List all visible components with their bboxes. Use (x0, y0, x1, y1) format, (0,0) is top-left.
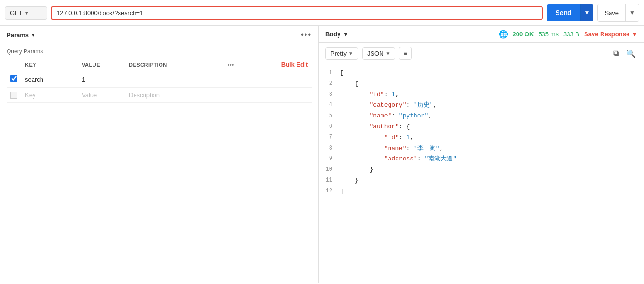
line-num: 6 (319, 122, 340, 131)
params-dots-menu[interactable]: ••• (301, 31, 312, 39)
new-row-checkbox-cell (7, 88, 21, 103)
line-num: 12 (319, 187, 340, 196)
save-button-group: Save ▼ (597, 4, 639, 22)
send-button-group: Send ▼ (547, 4, 593, 21)
method-select[interactable]: GET ▼ (5, 6, 47, 20)
json-type-button[interactable]: JSON ▼ (362, 47, 396, 60)
main-content: Params ▼ ••• Query Params KEY VALUE DESC… (0, 26, 644, 283)
globe-icon: 🌐 (499, 30, 508, 39)
new-desc-placeholder: Description (129, 92, 160, 99)
wrap-button[interactable]: ≡ (399, 47, 411, 60)
json-line-6: 6 "author": { (319, 122, 644, 133)
copy-button[interactable]: ⧉ (611, 47, 620, 59)
json-viewer[interactable]: 1 [ 2 { 3 "id": 1, 4 "category": "历史", (319, 64, 644, 283)
json-line-11: 11 } (319, 175, 644, 186)
new-row-key-cell[interactable]: Key (21, 88, 78, 103)
copy-icon: ⧉ (613, 49, 619, 57)
col-dots: ••• (224, 58, 238, 71)
row-desc-cell[interactable] (125, 71, 224, 88)
save-dropdown-button[interactable]: ▼ (625, 4, 639, 21)
format-bar: Pretty ▼ JSON ▼ ≡ ⧉ 🔍 (319, 43, 644, 64)
right-panel: Body ▼ 🌐 200 OK 535 ms 333 B Save Respon… (319, 26, 644, 283)
send-dropdown-button[interactable]: ▼ (580, 4, 594, 21)
line-num: 3 (319, 90, 340, 99)
search-button[interactable]: 🔍 (624, 47, 637, 60)
json-line-2: 2 { (319, 79, 644, 90)
left-panel-header: Params ▼ ••• (0, 26, 318, 44)
body-chevron: ▼ (343, 31, 349, 38)
json-type-label: JSON (367, 50, 384, 57)
right-panel-header: Body ▼ 🌐 200 OK 535 ms 333 B Save Respon… (319, 26, 644, 43)
new-row-desc-cell[interactable]: Description (125, 88, 224, 103)
url-input-wrapper[interactable]: 127.0.0.1:8000/book/?search=1 (51, 6, 543, 20)
row-dots (224, 71, 238, 88)
json-line-8: 8 "name": "李二狗", (319, 143, 644, 154)
row-key-cell[interactable]: search (21, 71, 78, 88)
body-label[interactable]: Body ▼ (325, 31, 348, 38)
top-bar: GET ▼ 127.0.0.1:8000/book/?search=1 Send… (0, 0, 644, 26)
params-table: KEY VALUE DESCRIPTION ••• Bulk Edit sear… (7, 58, 312, 103)
new-key-placeholder: Key (25, 92, 35, 99)
col-checkbox (7, 58, 21, 71)
col-value: VALUE (78, 58, 125, 71)
right-icons: ⧉ 🔍 (611, 47, 637, 60)
col-key: KEY (21, 58, 78, 71)
pretty-chevron: ▼ (348, 51, 353, 56)
line-num: 9 (319, 154, 340, 163)
new-row-bulk (238, 88, 312, 103)
params-chevron: ▼ (31, 33, 35, 38)
right-panel-outer: 1 [ 2 { 3 "id": 1, 4 "category": "历史", (319, 64, 644, 283)
line-num: 2 (319, 79, 340, 88)
send-button[interactable]: Send (547, 4, 580, 21)
line-num: 10 (319, 165, 340, 174)
json-type-chevron: ▼ (386, 51, 390, 56)
query-params-section: Query Params KEY VALUE DESCRIPTION ••• B… (0, 44, 318, 105)
method-label: GET (10, 9, 23, 17)
json-line-12: 12 ] (319, 186, 644, 197)
json-line-1: 1 [ (319, 68, 644, 79)
json-line-10: 10 } (319, 165, 644, 175)
line-num: 1 (319, 68, 340, 77)
bulk-edit-button[interactable]: Bulk Edit (238, 58, 312, 71)
new-row-value-cell[interactable]: Value (78, 88, 125, 103)
json-line-3: 3 "id": 1, (319, 90, 644, 100)
save-response-button[interactable]: Save Response ▼ (584, 31, 637, 38)
url-base: 127.0.0.1:8000/book/ (57, 9, 114, 17)
row-bulk (238, 71, 312, 88)
status-size: 333 B (563, 31, 579, 38)
json-line-7: 7 "id": 1, (319, 133, 644, 143)
col-description: DESCRIPTION (125, 58, 224, 71)
row-value-cell[interactable]: 1 (78, 71, 125, 88)
new-value-placeholder: Value (82, 92, 97, 99)
pretty-button[interactable]: Pretty ▼ (325, 47, 358, 60)
json-line-5: 5 "name": "python", (319, 111, 644, 122)
param-key: search (25, 76, 43, 83)
new-row-dots (224, 88, 238, 103)
url-query: ?search=1 (114, 9, 143, 17)
search-icon: 🔍 (626, 50, 636, 58)
save-response-chevron: ▼ (631, 31, 637, 38)
status-ok: 200 OK (513, 31, 534, 38)
table-row: search 1 (7, 71, 312, 88)
param-value: 1 (82, 76, 85, 83)
line-num: 8 (319, 144, 340, 153)
json-line-9: 9 "address": "南湖大道" (319, 154, 644, 165)
wrap-icon: ≡ (403, 50, 407, 57)
status-time: 535 ms (538, 31, 559, 38)
save-button[interactable]: Save (598, 4, 625, 21)
line-num: 4 (319, 100, 340, 109)
body-text: Body (325, 31, 341, 38)
method-chevron: ▼ (25, 10, 29, 16)
query-params-title: Query Params (7, 48, 312, 55)
left-panel: Params ▼ ••• Query Params KEY VALUE DESC… (0, 26, 319, 283)
line-num: 5 (319, 111, 340, 120)
status-group: 🌐 200 OK 535 ms 333 B Save Response ▼ (499, 30, 637, 39)
pretty-label: Pretty (330, 50, 347, 57)
params-label[interactable]: Params ▼ (7, 32, 35, 39)
row-checkbox-cell[interactable] (7, 71, 21, 88)
new-param-row: Key Value Description (7, 88, 312, 103)
new-row-checkbox (10, 92, 17, 99)
row-checkbox[interactable] (10, 75, 17, 82)
line-num: 11 (319, 176, 340, 185)
params-text: Params (7, 32, 29, 39)
